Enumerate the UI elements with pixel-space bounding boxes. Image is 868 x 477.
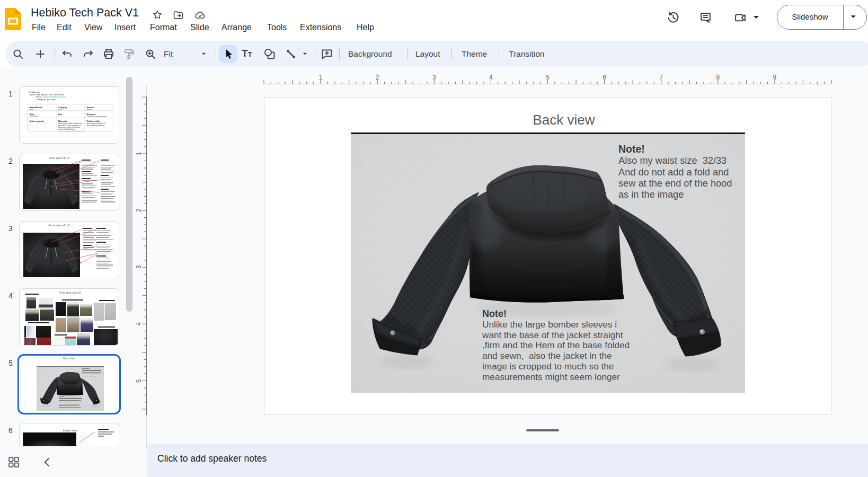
svg-text:Size: Size <box>58 113 63 116</box>
svg-text:Order quantity: Order quantity <box>30 120 45 122</box>
svg-text:leather sxxxx high gloss black: leather sxxxx high gloss black matt <box>58 130 84 131</box>
svg-text:Name/Brand: Name/Brand <box>30 106 42 109</box>
svg-text:10/20/2025: 10/20/2025 <box>30 116 38 118</box>
svg-text:L: L <box>58 116 59 118</box>
svg-text:Christian andrxxxL,pxxxxh.: Christian andrxxxL,pxxxxh. <box>87 116 107 118</box>
svg-text:jacket: jacket <box>58 109 63 111</box>
svg-text:Pick.b.visible: Pick.b.visible <box>87 120 101 122</box>
svg-text:Date: Date <box>30 113 34 116</box>
svg-text:Season: Season <box>87 106 95 109</box>
svg-text:rxxxx: rxxxx <box>30 109 34 111</box>
svg-text:Winter: Winter <box>87 109 92 111</box>
svg-text:Materials.: Materials. <box>58 120 68 122</box>
svg-text:(thanksgiving preferred): (thanksgiving preferred) <box>87 125 105 127</box>
svg-text:Category: Category <box>58 106 68 109</box>
svg-text:1: 1 <box>30 122 31 125</box>
svg-text:Designer: Designer <box>87 113 96 116</box>
